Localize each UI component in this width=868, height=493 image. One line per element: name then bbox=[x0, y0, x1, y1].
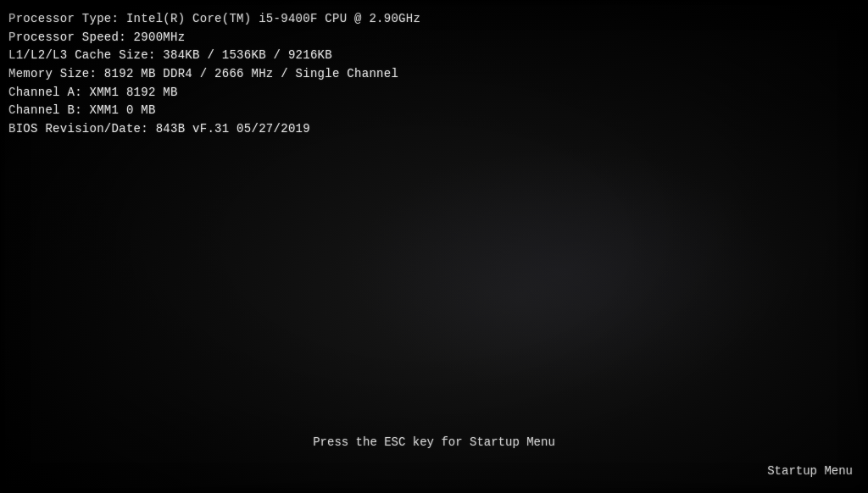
memory-size-line: Memory Size: 8192 MB DDR4 / 2666 MHz / S… bbox=[8, 65, 420, 84]
bios-revision-line: BIOS Revision/Date: 843B vF.31 05/27/201… bbox=[8, 120, 420, 139]
channel-b-line: Channel B: XMM1 0 MB bbox=[8, 102, 420, 120]
channel-a-line: Channel A: XMM1 8192 MB bbox=[8, 84, 420, 102]
startup-menu-label: Startup Menu bbox=[767, 464, 853, 478]
processor-type-line: Processor Type: Intel(R) Core(TM) i5-940… bbox=[8, 10, 420, 29]
processor-speed-line: Processor Speed: 2900MHz bbox=[8, 29, 420, 47]
esc-prompt-text: Press the ESC key for Startup Menu bbox=[313, 435, 555, 449]
esc-prompt: Press the ESC key for Startup Menu bbox=[313, 435, 555, 449]
startup-menu-text: Startup Menu bbox=[767, 464, 853, 478]
cache-size-line: L1/L2/L3 Cache Size: 384KB / 1536KB / 92… bbox=[8, 47, 420, 65]
bios-screen: Processor Type: Intel(R) Core(TM) i5-940… bbox=[0, 0, 868, 493]
bios-info-panel: Processor Type: Intel(R) Core(TM) i5-940… bbox=[8, 10, 420, 139]
